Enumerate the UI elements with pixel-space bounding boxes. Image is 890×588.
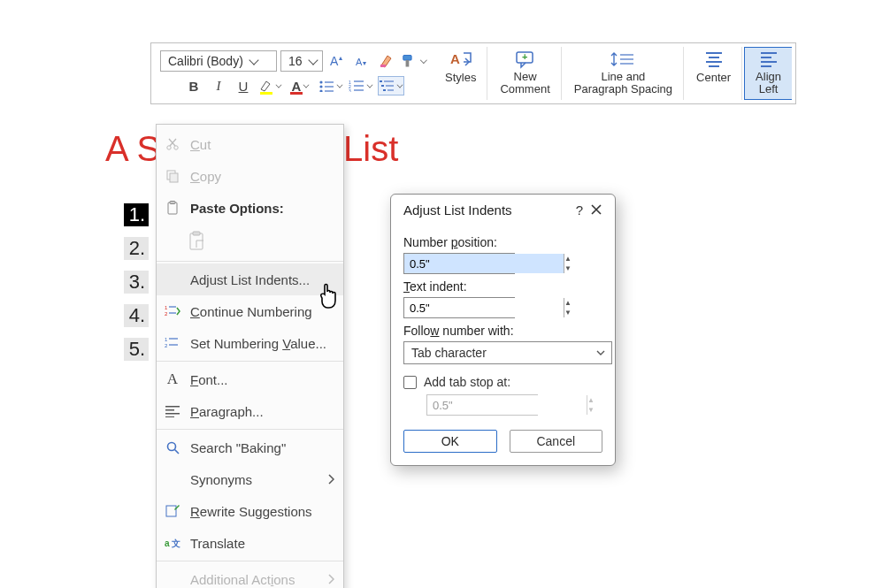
text-indent-input[interactable] <box>404 298 564 317</box>
chevron-right-icon <box>327 574 334 584</box>
highlight-button[interactable] <box>257 76 284 95</box>
svg-rect-52 <box>169 338 178 340</box>
svg-rect-44 <box>170 202 175 204</box>
styles-button[interactable]: A Styles <box>440 48 481 99</box>
numbered-list: 1. 2. 3. 4. 5. <box>124 203 149 361</box>
align-left-button[interactable]: Align Left <box>750 48 786 99</box>
cm-continue-numbering[interactable]: 12 Continue Numbering <box>157 295 343 327</box>
cm-paragraph[interactable]: Paragraph... <box>157 395 343 427</box>
styles-label: Styles <box>445 71 476 84</box>
font-icon: A <box>164 370 181 388</box>
svg-text:1: 1 <box>165 337 168 342</box>
svg-rect-37 <box>761 61 777 63</box>
adjust-list-indents-dialog: Adjust List Indents ? Number position: ▲… <box>390 194 616 466</box>
list-number-3[interactable]: 3. <box>124 271 149 294</box>
underline-button[interactable]: U <box>233 76 254 95</box>
title-right: List <box>343 129 398 168</box>
cm-additional-actions[interactable]: Additional Actions <box>157 563 343 588</box>
follow-number-value: Tab character <box>411 346 487 360</box>
text-indent-spinner[interactable]: ▲ ▼ <box>403 297 515 318</box>
bullets-button[interactable] <box>318 76 344 95</box>
shrink-font-button[interactable]: A▾ <box>351 51 372 71</box>
cm-cut-label: Cut <box>190 137 211 152</box>
cancel-button[interactable]: Cancel <box>510 430 603 453</box>
list-number-4[interactable]: 4. <box>124 304 149 327</box>
svg-rect-16 <box>354 85 364 87</box>
cm-paste-option-1[interactable] <box>157 224 343 259</box>
cm-adjust-list-indents[interactable]: Adjust List Indents... <box>157 263 343 295</box>
font-size-value: 16 <box>288 54 303 68</box>
grow-font-button[interactable]: A▴ <box>326 51 348 71</box>
document-title-right: List <box>343 129 398 169</box>
spin-down-button[interactable]: ▼ <box>564 308 572 317</box>
follow-number-combo[interactable]: Tab character <box>403 341 612 364</box>
cm-translate-label: Translate <box>190 536 245 551</box>
font-size-combo[interactable]: 16 <box>280 50 323 72</box>
numbering-button[interactable]: 1 2 3 <box>348 76 374 95</box>
svg-point-39 <box>167 146 171 149</box>
svg-text:a: a <box>165 538 170 548</box>
svg-rect-56 <box>165 409 174 411</box>
svg-rect-12 <box>325 90 334 92</box>
center-label: Center <box>696 71 731 84</box>
cm-rewrite[interactable]: Rewrite Suggestions <box>157 495 343 527</box>
add-tab-checkbox[interactable] <box>403 376 417 389</box>
svg-point-59 <box>168 443 176 451</box>
cm-paste-options: Paste Options: <box>157 192 343 224</box>
number-position-input[interactable] <box>404 254 564 273</box>
bold-button[interactable]: B <box>183 76 204 95</box>
list-number-2[interactable]: 2. <box>124 237 149 260</box>
list-number-5[interactable]: 5. <box>124 338 149 361</box>
svg-rect-48 <box>169 306 176 308</box>
svg-rect-58 <box>165 416 174 417</box>
cm-set-numbering-value[interactable]: 12 Set Numbering Value... <box>157 327 343 359</box>
blank-icon <box>164 470 181 488</box>
spin-up-button[interactable]: ▲ <box>564 254 572 263</box>
spin-down-button[interactable]: ▼ <box>564 263 572 273</box>
font-color-button[interactable]: A <box>288 76 314 95</box>
cm-synonyms-label: Synonyms <box>190 472 252 487</box>
add-tab-input <box>427 395 587 415</box>
line-spacing-button[interactable]: Line and Paragraph Spacing <box>569 48 678 99</box>
svg-rect-30 <box>620 63 633 65</box>
set-numbering-icon: 12 <box>164 334 181 352</box>
svg-rect-24 <box>387 89 394 91</box>
clear-formatting-button[interactable] <box>376 51 397 71</box>
dialog-title: Adjust List Indents <box>403 202 512 218</box>
cm-adjust-label: Adjust List Indents... <box>190 272 310 287</box>
format-painter-button[interactable] <box>401 51 427 71</box>
font-name-combo[interactable]: Calibri (Body) <box>160 50 277 72</box>
list-number-1[interactable]: 1. <box>124 203 149 226</box>
blank-icon <box>164 570 181 588</box>
scissors-icon <box>164 135 181 153</box>
new-comment-button[interactable]: + New Comment <box>495 48 555 99</box>
paragraph-icon <box>164 402 181 420</box>
svg-text:A: A <box>330 54 339 68</box>
cm-font-label: Font... <box>190 372 228 387</box>
svg-rect-6 <box>406 60 410 66</box>
ok-button[interactable]: OK <box>403 430 497 453</box>
svg-text:3: 3 <box>349 88 351 92</box>
help-button[interactable]: ? <box>571 202 588 218</box>
cm-cut[interactable]: Cut <box>157 128 343 160</box>
cm-translate[interactable]: a文 Translate <box>157 527 343 559</box>
svg-rect-33 <box>706 61 722 63</box>
add-tab-stop-row[interactable]: Add tab stop at: <box>403 375 602 389</box>
multilevel-list-button[interactable] <box>378 76 404 95</box>
svg-rect-32 <box>709 57 719 58</box>
italic-button[interactable]: I <box>208 76 229 95</box>
cm-copy[interactable]: Copy <box>157 160 343 192</box>
close-button[interactable] <box>588 202 604 218</box>
svg-point-11 <box>319 89 322 92</box>
cm-search[interactable]: Search "Baking" <box>157 431 343 463</box>
spin-up-button[interactable]: ▲ <box>564 298 572 308</box>
cm-font[interactable]: A Font... <box>157 363 343 395</box>
cm-additional-label: Additional Actions <box>190 572 295 587</box>
center-button[interactable]: Center <box>691 48 736 99</box>
cm-synonyms[interactable]: Synonyms <box>157 463 343 495</box>
font-name-value: Calibri (Body) <box>168 54 243 68</box>
svg-rect-19 <box>380 80 382 82</box>
svg-text:2: 2 <box>165 311 168 317</box>
align-left-group: Align Left <box>744 47 792 100</box>
number-position-spinner[interactable]: ▲ ▼ <box>403 253 515 274</box>
